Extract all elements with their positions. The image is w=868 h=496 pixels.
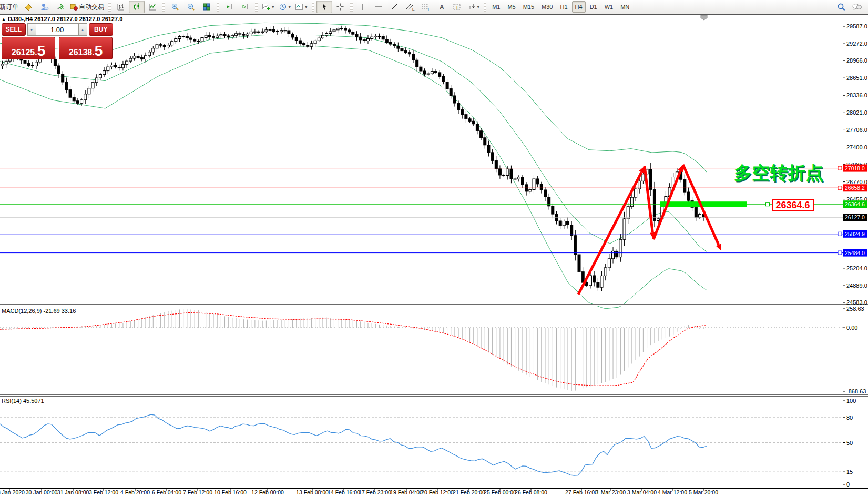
- svg-text:29587.0: 29587.0: [846, 23, 867, 29]
- search-icon: [837, 3, 846, 12]
- svg-text:10 Feb 16:00: 10 Feb 16:00: [214, 489, 247, 495]
- svg-text:F: F: [428, 7, 430, 11]
- vertical-line-tool-button[interactable]: [355, 1, 371, 13]
- svg-text:4 Mar 12:00: 4 Mar 12:00: [658, 489, 687, 495]
- line-chart-mode-button[interactable]: [145, 1, 160, 13]
- svg-text:27 Feb 16:00: 27 Feb 16:00: [565, 489, 598, 495]
- community-button[interactable]: [36, 1, 52, 13]
- signals-button[interactable]: [52, 1, 68, 13]
- chart-window-border: [0, 14, 868, 15]
- auto-scroll-button[interactable]: [237, 1, 253, 13]
- zoom-out-icon: [187, 3, 195, 11]
- zoom-in-button[interactable]: [167, 1, 183, 13]
- auto-trading-label: 自动交易: [79, 3, 104, 12]
- chat-button[interactable]: [849, 1, 865, 13]
- auto-scroll-icon: [241, 3, 249, 11]
- turning-point-annotation[interactable]: 多空转折点: [734, 161, 823, 185]
- label-tool-button[interactable]: T: [450, 1, 465, 13]
- template-icon: [295, 3, 303, 11]
- svg-text:28966.0: 28966.0: [846, 57, 867, 64]
- chevron-down-icon: ▾: [305, 4, 308, 9]
- timeframe-button-mn[interactable]: MN: [617, 1, 632, 13]
- fibonacci-icon: F: [421, 3, 431, 11]
- svg-text:0: 0: [846, 481, 850, 488]
- timeframe-button-m15[interactable]: M15: [520, 1, 537, 13]
- triangle-down-icon: ▼: [30, 28, 34, 32]
- price-callout-box[interactable]: 26364.6: [772, 199, 814, 211]
- label-tool-icon: T: [453, 3, 462, 11]
- svg-text:24889.0: 24889.0: [846, 282, 867, 289]
- tile-windows-button[interactable]: [199, 1, 215, 13]
- sell-button[interactable]: SELL: [2, 23, 26, 36]
- svg-text:27706.0: 27706.0: [846, 127, 867, 133]
- svg-text:28 Jan 2020: 28 Jan 2020: [0, 489, 25, 495]
- channel-tool-button[interactable]: E: [402, 1, 418, 13]
- indicators-button[interactable]: ▾: [260, 1, 277, 13]
- horizontal-line-tool-button[interactable]: [371, 1, 386, 13]
- shapes-tool-button[interactable]: ▾: [465, 1, 482, 13]
- sell-price-main: 26125: [12, 48, 35, 57]
- svg-text:30 Jan 00:00: 30 Jan 00:00: [26, 489, 58, 495]
- periods-button[interactable]: ▾: [277, 1, 293, 13]
- equidistant-channel-icon: E: [405, 3, 415, 11]
- add-indicator-icon: [262, 3, 270, 11]
- volume-decrease-button[interactable]: ▼: [27, 23, 36, 36]
- volume-increase-button[interactable]: ▲: [78, 23, 87, 36]
- svg-text:7 Feb 12:00: 7 Feb 12:00: [183, 489, 212, 495]
- buy-button[interactable]: BUY: [89, 23, 113, 36]
- timeframe-button-h1[interactable]: H1: [557, 1, 571, 13]
- trendline-icon: [390, 3, 399, 11]
- svg-text:258.63: 258.63: [846, 306, 864, 312]
- chart-canvas[interactable]: 29587.029272.028966.028651.028336.028021…: [0, 0, 868, 496]
- svg-text:14 Feb 16:00: 14 Feb 16:00: [328, 489, 360, 495]
- fibonacci-tool-button[interactable]: F: [418, 1, 434, 13]
- toolbar-grip: [350, 2, 353, 12]
- svg-text:E: E: [412, 7, 415, 11]
- text-tool-icon: A: [438, 3, 445, 11]
- toolbar-grip: [255, 2, 258, 12]
- bar-chart-mode-button[interactable]: [113, 1, 129, 13]
- svg-text:25824.9: 25824.9: [845, 231, 865, 237]
- cursor-tool-button[interactable]: [316, 1, 332, 13]
- svg-text:25 Feb 00:00: 25 Feb 00:00: [484, 489, 516, 495]
- trendline-tool-button[interactable]: [386, 1, 402, 13]
- buy-price-frac: 5: [95, 45, 103, 57]
- cursor-icon: [320, 3, 329, 11]
- price-axis: 29587.029272.028966.028651.028336.028021…: [838, 23, 867, 488]
- svg-text:26127.0: 26127.0: [845, 214, 865, 220]
- chart-shift-button[interactable]: [221, 1, 237, 13]
- clock-icon: [279, 3, 287, 11]
- auto-trading-button[interactable]: 自动交易: [68, 1, 106, 13]
- timeframe-button-m30[interactable]: M30: [538, 1, 556, 13]
- crosshair-tool-button[interactable]: [332, 1, 348, 13]
- timeframe-button-w1[interactable]: W1: [601, 1, 617, 13]
- symbol-search-button[interactable]: [833, 1, 849, 13]
- chart-shift-icon: [225, 3, 233, 11]
- toolbar-grip: [162, 2, 165, 12]
- sell-price-button[interactable]: 26125.5: [2, 37, 55, 59]
- svg-text:12 Feb 00:00: 12 Feb 00:00: [251, 489, 284, 495]
- svg-text:A: A: [440, 4, 444, 11]
- vertical-line-icon: [359, 3, 366, 11]
- volume-input[interactable]: [36, 23, 78, 36]
- chevron-down-icon: ▾: [289, 4, 291, 9]
- candle-chart-mode-button[interactable]: [129, 1, 145, 13]
- market-watch-button[interactable]: [21, 1, 36, 13]
- time-axis: 28 Jan 202030 Jan 00:0031 Jan 08:003 Feb…: [0, 489, 718, 495]
- triangle-up-icon: ▲: [81, 28, 85, 32]
- timeframe-button-m5[interactable]: M5: [504, 1, 518, 13]
- auto-trading-icon: [70, 3, 78, 11]
- gold-tag-icon: [24, 3, 33, 11]
- buy-price-button[interactable]: 26138.5: [59, 37, 113, 59]
- svg-text:80: 80: [846, 414, 853, 421]
- templates-button[interactable]: ▾: [293, 1, 310, 13]
- collapse-triangle-icon[interactable]: ▲: [2, 17, 6, 22]
- toolbar-grip: [108, 2, 111, 12]
- timeframe-button-h4[interactable]: H4: [572, 1, 586, 13]
- new-order-button[interactable]: 新订单: [0, 1, 21, 13]
- timeframe-button-m1[interactable]: M1: [489, 1, 503, 13]
- zoom-out-button[interactable]: [183, 1, 199, 13]
- timeframe-button-d1[interactable]: D1: [587, 1, 600, 13]
- text-tool-button[interactable]: A: [434, 1, 450, 13]
- svg-text:26658.2: 26658.2: [845, 185, 865, 191]
